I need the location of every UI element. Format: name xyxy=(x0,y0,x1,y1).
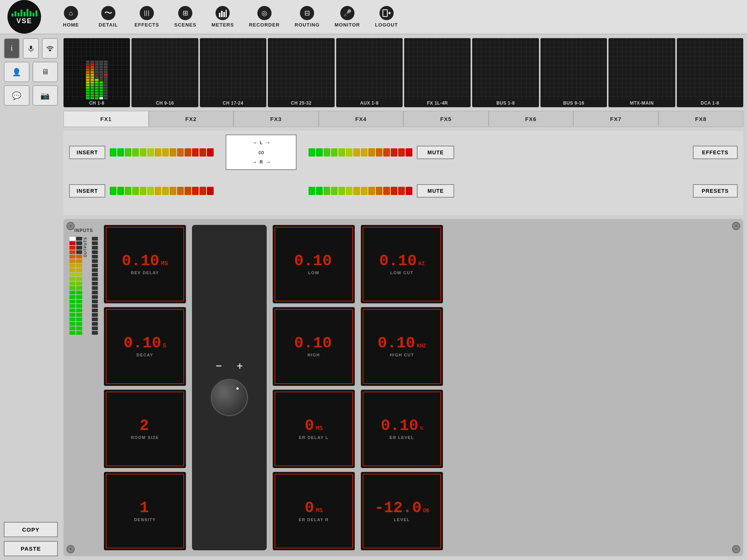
fx-tab-fx5[interactable]: FX5 xyxy=(403,111,489,127)
io-spacer: OUTPUTS xyxy=(83,237,91,335)
high-value: 0.10 xyxy=(294,335,334,351)
room-size-value: 2 xyxy=(139,418,150,434)
copy-button[interactable]: COPY xyxy=(4,522,58,537)
mute-btn-2[interactable]: MUTE xyxy=(417,184,454,198)
channel-strip-ch17-24[interactable]: CH 17-24 xyxy=(200,38,266,107)
fx-tab-fx8[interactable]: FX8 xyxy=(658,111,744,127)
app-logo: VSE xyxy=(7,0,41,34)
mute-btn-1[interactable]: MUTE xyxy=(417,146,454,159)
knob-minus-btn[interactable]: − xyxy=(212,359,226,373)
strip-grid-3 xyxy=(200,38,266,100)
strip-meters xyxy=(86,43,108,99)
sidebar: i 👤 🖥 💬 📷 COPY PASTE xyxy=(0,34,62,560)
fx-tab-fx2[interactable]: FX2 xyxy=(149,111,234,127)
rev-delay-label: REV DELAY xyxy=(131,270,159,275)
svg-rect-0 xyxy=(219,13,220,17)
scenes-icon: ⊞ xyxy=(178,6,192,20)
meter-bar-3 xyxy=(95,43,99,99)
fx-tab-fx4[interactable]: FX4 xyxy=(319,111,404,127)
arrow-in-bottom: → xyxy=(251,159,257,165)
top-navigation: VSE ⌂ HOME 〜 DETAIL ||| EFFECTS ⊞ SCENES xyxy=(0,0,747,34)
outputs-label: OUTPUTS xyxy=(83,237,87,257)
svg-rect-4 xyxy=(383,10,387,16)
channel-strip-mtx-main[interactable]: MTX-MAIN xyxy=(608,38,675,107)
screw-bottom-right xyxy=(732,545,740,553)
strip-label-dca1-8: DCA 1-8 xyxy=(701,100,719,106)
nav-routing[interactable]: ⊟ ROUTING xyxy=(287,4,327,30)
io-meters-section: INPUTS xyxy=(69,225,98,550)
er-delay-r-value: 0 MS xyxy=(305,500,323,516)
strip-label-ch25-32: CH 25-32 xyxy=(291,100,311,106)
display-high[interactable]: 0.10 HIGH xyxy=(273,307,355,386)
channel-strip-ch9-16[interactable]: CH 9-16 xyxy=(131,38,198,107)
channel-strip-dca1-8[interactable]: DCA 1-8 xyxy=(677,38,743,107)
nav-meters[interactable]: METERS xyxy=(204,4,241,30)
fx-insert-row-2: INSERT xyxy=(69,173,738,208)
strip-grid-9 xyxy=(608,38,675,100)
channel-strip-fx1l-4r[interactable]: FX 1L-4R xyxy=(404,38,471,107)
density-label: DENSITY xyxy=(134,517,156,522)
density-value: 1 xyxy=(139,500,150,516)
sidebar-info-btn[interactable]: i xyxy=(4,38,20,59)
channel-strip-aux1-8[interactable]: AUX 1-8 xyxy=(336,38,403,107)
sidebar-monitor-btn[interactable]: 🖥 xyxy=(32,62,58,82)
nav-home-label: HOME xyxy=(63,22,79,28)
display-level[interactable]: -12.0 DB LEVEL xyxy=(361,472,443,550)
fx-tab-fx7[interactable]: FX7 xyxy=(573,111,658,127)
paste-button[interactable]: PASTE xyxy=(4,541,58,556)
display-low-cut[interactable]: 0.10 HZ LOW CUT xyxy=(361,225,443,303)
nav-scenes[interactable]: ⊞ SCENES xyxy=(167,4,204,30)
sidebar-mic-btn[interactable] xyxy=(23,38,39,59)
channel-strip-bus9-16[interactable]: BUS 9-16 xyxy=(540,38,607,107)
display-low[interactable]: 0.10 LOW xyxy=(273,225,355,303)
nav-detail[interactable]: 〜 DETAIL xyxy=(90,4,127,30)
sidebar-camera-btn[interactable]: 📷 xyxy=(32,85,58,106)
insert-btn-2[interactable]: INSERT xyxy=(69,184,105,198)
display-decay[interactable]: 0.10 S DECAY xyxy=(104,307,186,386)
effects-btn[interactable]: EFFECTS xyxy=(693,146,738,159)
nav-recorder[interactable]: ◎ RECORDER xyxy=(241,4,287,30)
insert-btn-1[interactable]: INSERT xyxy=(69,146,105,159)
display-density[interactable]: 1 DENSITY xyxy=(104,472,186,550)
fx-insert-section: INSERT xyxy=(63,131,743,215)
er-level-value: 0.10 % xyxy=(381,418,423,434)
meter-bar-2 xyxy=(90,43,94,99)
nav-monitor-label: MONITOR xyxy=(335,22,360,28)
display-rev-delay[interactable]: 0.10 MS REV DELAY xyxy=(104,225,186,303)
nav-recorder-label: RECORDER xyxy=(249,22,279,28)
fx-tab-fx1[interactable]: FX1 xyxy=(63,111,149,127)
low-cut-label: LOW CUT xyxy=(390,270,413,275)
nav-home[interactable]: ⌂ HOME xyxy=(52,4,90,30)
channel-strip-ch25-32[interactable]: CH 25-32 xyxy=(268,38,334,107)
fx-tab-fx3[interactable]: FX3 xyxy=(233,111,319,127)
sidebar-wifi-btn[interactable] xyxy=(42,38,58,59)
effects-icon: ||| xyxy=(140,6,154,20)
sidebar-user-btn[interactable]: 👤 xyxy=(4,62,30,82)
sidebar-row-1: i xyxy=(4,38,58,59)
knob-controls: − + xyxy=(212,359,247,373)
display-er-delay-r[interactable]: 0 MS ER DELAY R xyxy=(273,472,355,550)
svg-rect-6 xyxy=(30,46,32,49)
low-cut-value: 0.10 HZ xyxy=(379,253,425,269)
fx-tab-fx6[interactable]: FX6 xyxy=(489,111,574,127)
channel-strip-ch1-8[interactable]: CH 1-8 xyxy=(63,38,130,107)
sidebar-chat-btn[interactable]: 💬 xyxy=(4,85,30,106)
strip-label-fx1l-4r: FX 1L-4R xyxy=(427,100,448,106)
main-knob[interactable] xyxy=(211,379,248,416)
channel-strip-bus1-8[interactable]: BUS 1-8 xyxy=(472,38,539,107)
decay-value: 0.10 S xyxy=(124,335,166,351)
nav-logout[interactable]: LOGOUT xyxy=(368,4,406,30)
nav-effects[interactable]: ||| EFFECTS xyxy=(127,4,167,30)
display-high-cut[interactable]: 0.10 KHZ HIGH CUT xyxy=(361,307,443,386)
display-er-level[interactable]: 0.10 % ER LEVEL xyxy=(361,390,443,468)
room-size-label: ROOM SIZE xyxy=(131,435,159,440)
display-room-size[interactable]: 2 ROOM SIZE xyxy=(104,390,186,468)
knob-plus-btn[interactable]: + xyxy=(233,359,247,373)
presets-btn[interactable]: PRESETS xyxy=(693,184,738,198)
low-value: 0.10 xyxy=(294,253,334,269)
display-er-delay-l[interactable]: 0 MS ER DELAY L xyxy=(273,390,355,468)
sidebar-row-2: 👤 🖥 xyxy=(4,62,58,82)
strip-label-ch17-24: CH 17-24 xyxy=(223,100,243,106)
nav-monitor[interactable]: 🎤 MONITOR xyxy=(327,4,368,30)
nav-scenes-label: SCENES xyxy=(174,22,196,28)
